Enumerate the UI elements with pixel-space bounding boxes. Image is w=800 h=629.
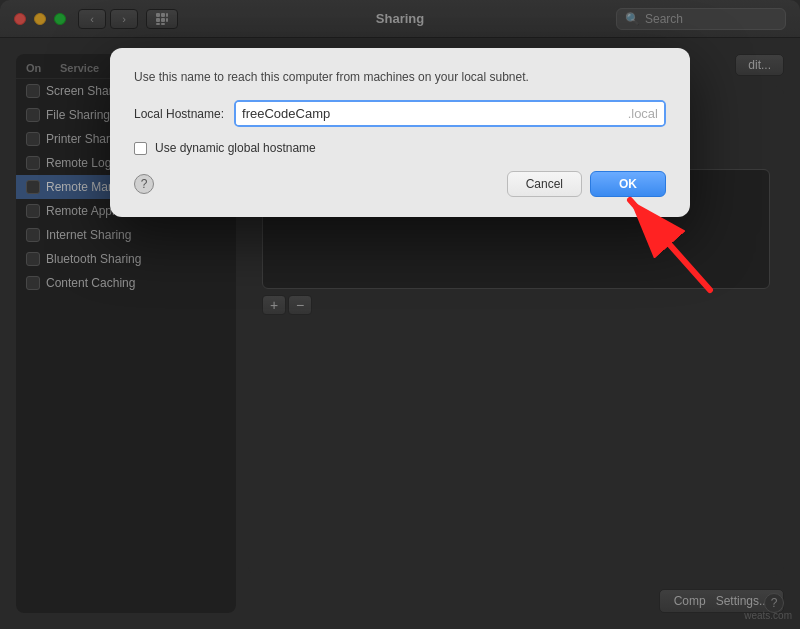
hostname-suffix: .local [622,102,664,125]
modal-overlay: Use this name to reach this computer fro… [0,0,800,629]
ok-button[interactable]: OK [590,171,666,197]
modal-help-button[interactable]: ? [134,174,154,194]
hostname-modal: Use this name to reach this computer fro… [110,48,690,217]
hostname-input[interactable] [236,102,622,125]
cancel-button[interactable]: Cancel [507,171,582,197]
modal-description: Use this name to reach this computer fro… [134,68,666,86]
hostname-input-group: .local [234,100,666,127]
modal-field-row: Local Hostname: .local [134,100,666,127]
dynamic-hostname-checkbox[interactable] [134,142,147,155]
modal-buttons: ? Cancel OK [134,171,666,197]
dynamic-hostname-label: Use dynamic global hostname [155,141,316,155]
modal-checkbox-row: Use dynamic global hostname [134,141,666,155]
hostname-label: Local Hostname: [134,107,224,121]
